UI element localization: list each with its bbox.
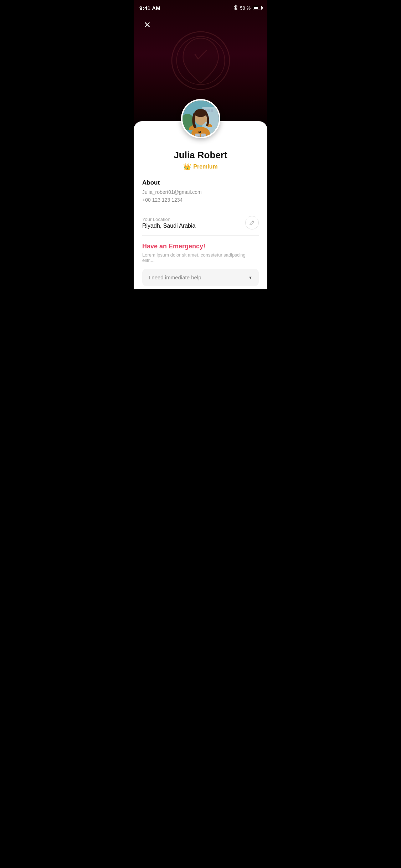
svg-rect-16 bbox=[195, 134, 200, 138]
watermark-logo bbox=[169, 29, 233, 93]
help-type-dropdown[interactable]: I need immediate help ▼ bbox=[142, 269, 259, 286]
premium-badge: 👑 Premium bbox=[142, 163, 259, 171]
emergency-description: Lorem ipsum dolor sit amet, consetetur s… bbox=[142, 252, 259, 263]
dropdown-placeholder: I need immediate help bbox=[149, 274, 201, 280]
about-section: About Julia_robert01@gmail.com +00 123 1… bbox=[142, 179, 259, 203]
status-icons: 58 % bbox=[233, 5, 262, 11]
location-edit-button[interactable] bbox=[245, 216, 259, 229]
profile-card: Julia Robert 👑 Premium About Julia_rober… bbox=[134, 121, 267, 289]
chevron-down-icon: ▼ bbox=[248, 275, 252, 280]
status-bar: 9:41 AM 58 % bbox=[134, 0, 267, 16]
svg-rect-17 bbox=[201, 134, 205, 138]
crown-icon: 👑 bbox=[183, 163, 191, 171]
svg-rect-6 bbox=[210, 109, 213, 112]
svg-point-14 bbox=[194, 109, 207, 117]
location-info: Your Location Riyadh, Saudi Arabia bbox=[142, 217, 195, 229]
bluetooth-icon bbox=[233, 5, 238, 11]
about-email: Julia_robert01@gmail.com bbox=[142, 189, 259, 195]
close-icon: ✕ bbox=[144, 20, 151, 30]
emergency-section: Have an Emergency! Lorem ipsum dolor sit… bbox=[142, 241, 259, 289]
close-button[interactable]: ✕ bbox=[141, 19, 154, 31]
avatar-image: M bbox=[182, 100, 219, 137]
svg-rect-5 bbox=[207, 109, 210, 112]
svg-text:M: M bbox=[198, 130, 201, 134]
battery-icon bbox=[253, 6, 262, 10]
emergency-title: Have an Emergency! bbox=[142, 243, 259, 250]
status-time: 9:41 AM bbox=[139, 5, 160, 11]
about-phone: +00 123 123 1234 bbox=[142, 197, 259, 203]
avatar-svg: M bbox=[182, 99, 219, 138]
location-section: Your Location Riyadh, Saudi Arabia bbox=[142, 216, 259, 229]
divider-1 bbox=[142, 210, 259, 210]
pencil-icon bbox=[250, 220, 255, 225]
profile-name: Julia Robert bbox=[142, 150, 259, 161]
avatar: M bbox=[181, 99, 220, 138]
location-label: Your Location bbox=[142, 217, 195, 222]
about-title: About bbox=[142, 179, 259, 186]
premium-label: Premium bbox=[193, 164, 217, 170]
location-value: Riyadh, Saudi Arabia bbox=[142, 223, 195, 229]
battery-percentage: 58 % bbox=[240, 5, 251, 11]
divider-2 bbox=[142, 235, 259, 236]
